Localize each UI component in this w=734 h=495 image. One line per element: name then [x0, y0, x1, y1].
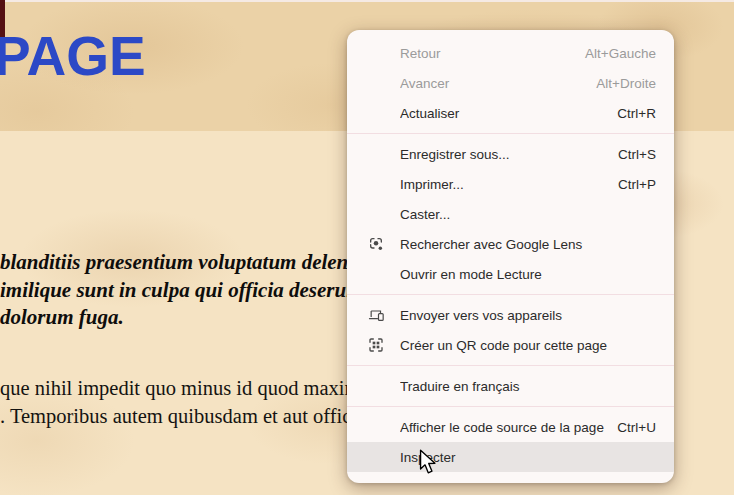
body-paragraph-line: que nihil impedit quo minus id quod maxi… [0, 375, 360, 403]
qr-code-icon [347, 337, 400, 353]
lens-icon [347, 236, 400, 252]
menu-item-cast[interactable]: Caster... [347, 199, 674, 229]
menu-item-label: Retour [400, 46, 585, 61]
menu-separator [347, 365, 674, 366]
menu-item-shortcut: Ctrl+S [618, 147, 674, 162]
menu-item-view-page-source[interactable]: Afficher le code source de la pageCtrl+U [347, 412, 674, 442]
menu-item-label: Ouvrir en mode Lecture [400, 267, 674, 282]
menu-item-label: Rechercher avec Google Lens [400, 237, 674, 252]
menu-item-print[interactable]: Imprimer...Ctrl+P [347, 169, 674, 199]
menu-item-shortcut: Ctrl+U [617, 420, 674, 435]
bold-paragraph-line: imilique sunt in culpa qui officia deser… [0, 277, 366, 305]
menu-item-label: Imprimer... [400, 177, 618, 192]
body-paragraph: que nihil impedit quo minus id quod maxi… [0, 375, 360, 430]
menu-separator [347, 406, 674, 407]
page-title: PAGE [0, 26, 146, 87]
menu-item-label: Actualiser [400, 106, 617, 121]
menu-separator [347, 133, 674, 134]
bold-paragraph-line: blanditiis praesentium voluptatum deleni… [0, 249, 366, 277]
menu-item-reload[interactable]: ActualiserCtrl+R [347, 98, 674, 128]
menu-item-back: RetourAlt+Gauche [347, 38, 674, 68]
body-paragraph-line: . Temporibus autem quibusdam et aut offi… [0, 403, 360, 431]
menu-item-label: Afficher le code source de la page [400, 420, 617, 435]
menu-item-send-to-devices[interactable]: Envoyer vers vos appareils [347, 300, 674, 330]
devices-icon [347, 307, 400, 323]
bold-paragraph-line: dolorum fuga. [0, 304, 366, 332]
menu-item-shortcut: Alt+Droite [596, 76, 674, 91]
menu-item-label: Enregistrer sous... [400, 147, 618, 162]
menu-item-label: Créer un QR code pour cette page [400, 338, 674, 353]
menu-item-shortcut: Ctrl+P [618, 177, 674, 192]
menu-item-forward: AvancerAlt+Droite [347, 68, 674, 98]
menu-item-label: Avancer [400, 76, 596, 91]
menu-item-save-as[interactable]: Enregistrer sous...Ctrl+S [347, 139, 674, 169]
menu-item-translate[interactable]: Traduire en français [347, 371, 674, 401]
bold-paragraph: blanditiis praesentium voluptatum deleni… [0, 249, 366, 332]
menu-item-label: Caster... [400, 207, 674, 222]
menu-item-create-qr-code[interactable]: Créer un QR code pour cette page [347, 330, 674, 360]
menu-item-label: Envoyer vers vos appareils [400, 308, 674, 323]
menu-item-search-google-lens[interactable]: Rechercher avec Google Lens [347, 229, 674, 259]
menu-item-label: Inspecter [400, 450, 674, 465]
menu-item-inspect[interactable]: Inspecter [347, 442, 674, 472]
menu-item-shortcut: Ctrl+R [617, 106, 674, 121]
menu-item-shortcut: Alt+Gauche [585, 46, 674, 61]
menu-separator [347, 294, 674, 295]
context-menu: RetourAlt+GaucheAvancerAlt+DroiteActuali… [347, 30, 674, 483]
menu-item-label: Traduire en français [400, 379, 674, 394]
page-top-edge [0, 0, 734, 2]
menu-item-reading-mode[interactable]: Ouvrir en mode Lecture [347, 259, 674, 289]
